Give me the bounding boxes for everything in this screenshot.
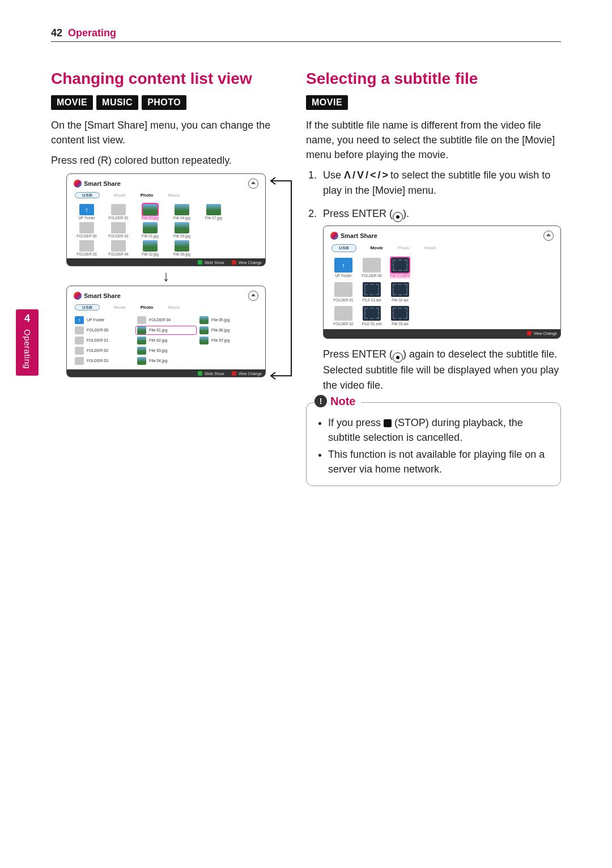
screenshot-pair: Smart Share USB Movie Photo Music UP Fol…: [51, 173, 281, 377]
right-paragraph-1: If the subtitle file name is different f…: [306, 118, 561, 162]
grid-item: FOLDER 04: [104, 240, 133, 256]
side-chapter-number: 4: [24, 313, 30, 325]
list-item: File 05.jpg: [199, 316, 257, 324]
grid-item: FOLDER 01: [104, 204, 133, 220]
list-item: File 04.jpg: [137, 357, 195, 365]
tab-music: Music: [168, 193, 180, 198]
grid-item: File 02.avi: [388, 282, 412, 303]
mode-tags-left: MOVIE MUSIC PHOTO: [51, 95, 281, 110]
nav-arrows-glyph: Λ / V / < / >: [344, 169, 388, 181]
grid-item: FILE 01.smi: [360, 306, 384, 327]
mode-photo-tag: PHOTO: [142, 95, 186, 110]
smartshare-logo-icon: [74, 292, 82, 300]
left-heading: Changing content list view: [51, 69, 281, 88]
list-item: File 01.jpg: [136, 326, 196, 334]
note-item-2: This function is not available for playi…: [328, 447, 551, 476]
note-item-1: If you press (STOP) during playback, the…: [328, 415, 551, 445]
grid-item: FOLDER 00: [73, 222, 101, 238]
grid-item: File 03.avi: [388, 306, 412, 327]
footer-slideshow: Slide Show: [198, 260, 224, 265]
footer-slideshow: Slide Show: [198, 371, 224, 376]
tab-movie: Movie: [370, 245, 383, 252]
grid-item: File 07.jpg: [199, 204, 228, 220]
step-1: Use Λ / V / < / > to select the subtitle…: [320, 168, 561, 198]
tab-photo: Photo: [141, 193, 154, 198]
smartshare-logo-icon: [74, 180, 82, 188]
list-item: FOLDER 04: [137, 316, 195, 324]
enter-button-icon: [393, 212, 403, 222]
footer-viewchange: View Change: [527, 331, 557, 337]
grid-item: File 02.jpg: [136, 240, 164, 256]
side-chapter-tab: 4 Operating: [16, 309, 39, 376]
tab-music: Music: [168, 305, 180, 310]
grid-item: File 03.jpg: [136, 204, 164, 220]
footer-viewchange: View Change: [232, 260, 262, 265]
tab-music: Music: [424, 245, 436, 252]
mode-tags-right: MOVIE: [306, 95, 561, 110]
grid-item: FOLDER 02: [104, 222, 133, 238]
grid-item: File 06.jpg: [168, 240, 196, 256]
grid-item: File 05.jpg: [168, 222, 196, 238]
right-heading: Selecting a subtitle file: [306, 69, 561, 88]
grid-item: UP Folder: [332, 258, 355, 279]
connecting-arrow-icon: [269, 176, 294, 382]
right-column: Selecting a subtitle file MOVIE If the s…: [306, 56, 561, 486]
footer-viewchange: View Change: [232, 371, 262, 376]
list-item: UP Folder: [75, 316, 133, 324]
mode-music-tag: MUSIC: [96, 95, 138, 110]
screenshot-title: Smart Share: [84, 292, 121, 299]
tab-movie: Movie: [113, 193, 125, 198]
grid-item: FOLDER 02: [332, 306, 355, 327]
mode-movie-tag: MOVIE: [306, 95, 348, 110]
grid-item: FILE 01.avi: [360, 282, 384, 303]
left-paragraph-1: On the [Smart Share] menu, you can chang…: [51, 118, 281, 147]
tab-photo: Photo: [141, 305, 154, 310]
screenshot-list-view: Smart Share USB Movie Photo Music UP: [66, 286, 266, 377]
usb-badge: USB: [75, 304, 100, 310]
list-item: File 07.jpg: [199, 337, 257, 344]
screenshot-title: Smart Share: [341, 231, 377, 241]
screenshot-movie-select: Smart Share USB Movie Photo Music: [323, 225, 561, 339]
grid-item: FOLDER 01: [332, 282, 355, 303]
grid-item: File 01.MKV: [388, 258, 412, 279]
enter-button-icon: [393, 352, 403, 363]
grid-item: File 04.jpg: [168, 204, 196, 220]
grid-item: UP Folder: [73, 204, 101, 220]
step-2: Press ENTER (). Smart Share USB Movie: [320, 206, 561, 393]
list-item: FOLDER 00: [75, 326, 133, 334]
note-box: ! Note If you press (STOP) during playba…: [306, 402, 561, 486]
list-item: FOLDER 03: [75, 357, 133, 365]
usb-badge: USB: [75, 192, 100, 198]
list-item: FOLDER 01: [75, 337, 133, 344]
grid-item: FOLDER 03: [73, 240, 101, 256]
list-item: File 02.jpg: [137, 337, 195, 344]
screenshot-title: Smart Share: [84, 180, 121, 187]
grid-item: FOLDER 00: [360, 258, 384, 279]
grid-item: File 01.jpg: [136, 222, 164, 238]
list-item: File 03.jpg: [137, 347, 195, 355]
smartshare-logo-icon: [330, 232, 338, 240]
note-icon: !: [314, 395, 327, 407]
eject-icon: [248, 178, 258, 189]
usb-badge: USB: [332, 244, 356, 252]
down-arrow-icon: ↓: [163, 269, 170, 283]
screenshot-grid-view: Smart Share USB Movie Photo Music UP Fol…: [66, 173, 266, 266]
tab-photo: Photo: [398, 245, 410, 252]
eject-icon: [543, 231, 554, 241]
eject-icon: [248, 291, 258, 301]
page-number: 42: [51, 27, 62, 39]
list-item: File 06.jpg: [199, 326, 257, 334]
side-chapter-label: Operating: [23, 329, 32, 369]
mode-movie-tag: MOVIE: [51, 95, 93, 110]
left-column: Changing content list view MOVIE MUSIC P…: [51, 56, 281, 486]
page-section-title: Operating: [68, 27, 116, 39]
stop-button-icon: [384, 419, 392, 427]
tab-movie: Movie: [113, 305, 125, 310]
note-title: Note: [330, 395, 355, 408]
left-paragraph-2: Press red (R) colored button repeatedly.: [51, 153, 281, 168]
list-item: FOLDER 02: [75, 347, 133, 355]
